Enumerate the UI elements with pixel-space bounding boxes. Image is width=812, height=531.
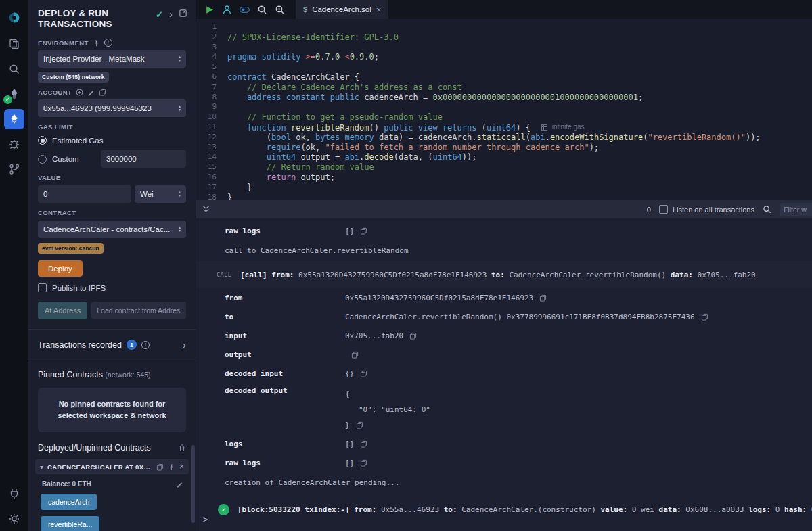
code-line[interactable]: 17 } [196, 183, 812, 193]
estimated-gas-option[interactable]: Estimated Gas [38, 136, 186, 145]
close-tab-icon[interactable]: × [376, 5, 382, 15]
copy-icon[interactable] [360, 370, 367, 377]
terminal-search-icon[interactable] [763, 205, 771, 214]
code-line[interactable]: 4pragma solidity >=0.7.0 <0.9.0; [196, 52, 812, 62]
terminal-block-confirmation[interactable]: ✓[block:5033220 txIndex:-] from: 0x55a..… [196, 493, 812, 515]
custom-gas-input[interactable] [101, 150, 186, 168]
copy-icon[interactable] [360, 227, 367, 235]
preview-toggle-icon[interactable] [240, 5, 250, 15]
log-text: call to CadenceArchCaler.revertibleRando… [225, 246, 409, 255]
solidity-compiler-icon[interactable]: ✓ [0, 81, 28, 106]
git-icon[interactable] [0, 156, 28, 181]
terminal-call-summary[interactable]: call[call] from: 0x55a1320D432759960C5Df… [196, 261, 812, 288]
balance-label: Balance: 0 ETH [42, 480, 91, 488]
deploy-run-icon[interactable] [0, 106, 28, 131]
copy-icon[interactable] [409, 332, 417, 340]
zoom-out-icon[interactable] [257, 5, 267, 15]
value-unit-select[interactable]: Wei ▴▾ [135, 185, 186, 203]
debugger-icon[interactable] [0, 131, 28, 156]
environment-select[interactable]: Injected Provider - MetaMask ▴▾ [38, 50, 186, 68]
code-line[interactable]: 14 uint64 output = abi.decode(data, (uin… [196, 152, 812, 162]
line-number: 13 [196, 143, 227, 153]
deployed-contract-row[interactable]: ▾ CADENCEARCHCALER AT 0X377... × [35, 459, 189, 474]
code-line[interactable]: 10 // Function to get a pseudo-random va… [196, 112, 812, 122]
code-text: // Return random value [227, 162, 374, 172]
copy-address-icon[interactable] [156, 463, 164, 471]
copy-account-icon[interactable] [99, 89, 106, 96]
plugin-manager-icon[interactable] [0, 481, 28, 506]
environment-info-icon[interactable]: i [104, 39, 112, 47]
line-number: 4 [196, 52, 227, 62]
add-account-icon[interactable] [76, 89, 83, 96]
line-number: 5 [196, 62, 227, 72]
tab-cadencearch-sol[interactable]: $ CadenceArch.sol × [296, 0, 388, 19]
remix-logo[interactable] [0, 4, 28, 31]
terminal-header: 0 Listen on all transactions [196, 200, 812, 218]
log-value: [] [345, 440, 354, 448]
copy-icon[interactable] [360, 440, 367, 448]
edit-balance-icon[interactable] [176, 480, 183, 488]
code-line[interactable]: 3 [196, 43, 812, 53]
environment-label: ENVIRONMENT [38, 39, 89, 47]
at-address-button[interactable]: At Address [38, 302, 87, 319]
account-select[interactable]: 0x55a...46923 (999.999945323 ▴▾ [38, 99, 186, 117]
file-explorer-icon[interactable] [0, 31, 28, 56]
panel-popout-icon[interactable] [179, 8, 187, 20]
at-address-input[interactable] [91, 302, 186, 319]
publish-ipfs-checkbox[interactable] [38, 283, 47, 292]
code-line[interactable]: 2// SPDX-License-Identifier: GPL-3.0 [196, 32, 812, 43]
contract-select[interactable]: CadenceArchCaler - contracts/Cac... ▴▾ [38, 221, 186, 238]
publish-user-icon[interactable] [222, 5, 232, 15]
value-input[interactable] [38, 185, 131, 203]
clear-deployed-trash-icon[interactable] [178, 444, 186, 452]
custom-gas-radio[interactable] [38, 155, 47, 164]
code-line[interactable]: 9 [196, 102, 812, 112]
panel-collapse-icon[interactable]: › [169, 11, 173, 18]
transactions-info-icon[interactable]: i [141, 341, 150, 349]
code-line[interactable]: 6contract CadenceArchCaler { [196, 72, 812, 83]
revertible-random-function-button[interactable]: revertibleRa... [41, 516, 99, 531]
code-line[interactable]: 12 (bool ok, bytes memory data) = cadenc… [196, 133, 812, 143]
sign-message-icon[interactable] [87, 89, 95, 96]
settings-gear-icon[interactable] [0, 506, 28, 531]
code-line[interactable]: 11 function revertibleRandom() public vi… [196, 122, 812, 133]
log-key: to [225, 313, 345, 321]
transactions-count-badge: 1 [127, 340, 137, 350]
panel-scrollbar[interactable] [191, 445, 195, 523]
copy-icon[interactable] [351, 351, 359, 359]
copy-icon[interactable] [539, 294, 547, 302]
transactions-recorded-row[interactable]: Transactions recorded 1 i › [28, 330, 196, 359]
code-line[interactable]: 15 // Return random value [196, 162, 812, 172]
log-value: {} [345, 369, 354, 378]
estimated-gas-radio[interactable] [38, 136, 47, 145]
deploy-run-panel: DEPLOY & RUN TRANSACTIONS ✓ › ENVIRONMEN… [28, 0, 196, 531]
search-icon[interactable] [0, 56, 28, 81]
code-line[interactable]: 5 [196, 62, 812, 72]
pin-contract-icon[interactable] [168, 463, 175, 471]
terminal-filter-input[interactable] [780, 203, 812, 216]
code-editor[interactable]: 12// SPDX-License-Identifier: GPL-3.034p… [196, 19, 812, 200]
listen-all-checkbox[interactable] [659, 205, 668, 214]
code-line[interactable]: 18} [196, 193, 812, 200]
line-number: 11 [196, 122, 227, 133]
terminal-kv-logs: logs[] [196, 434, 812, 453]
chevron-right-icon[interactable]: › [183, 339, 186, 350]
terminal-prompt[interactable]: > [196, 515, 812, 531]
run-script-icon[interactable] [204, 5, 215, 15]
pin-environment-icon[interactable] [93, 39, 100, 47]
copy-icon[interactable] [701, 313, 708, 321]
code-line[interactable]: 7 // Declare Cadence Arch's address as a… [196, 83, 812, 93]
remove-contract-icon[interactable]: × [179, 462, 184, 471]
code-line[interactable]: 13 require(ok, "failed to fetch a random… [196, 143, 812, 153]
pinned-empty-message: No pinned contracts found for selected w… [38, 388, 186, 432]
expand-terminal-icon[interactable] [202, 204, 210, 216]
deploy-button[interactable]: Deploy [38, 260, 83, 277]
code-line[interactable]: 8 address constant public cadenceArch = … [196, 93, 812, 103]
chevron-down-icon[interactable]: ▾ [40, 463, 43, 471]
cadence-arch-function-button[interactable]: cadenceArch [41, 494, 97, 510]
code-line[interactable]: 16 return output; [196, 172, 812, 183]
zoom-in-icon[interactable] [275, 5, 285, 15]
copy-icon[interactable] [360, 459, 367, 467]
code-line[interactable]: 1 [196, 22, 812, 32]
copy-icon[interactable] [356, 421, 363, 429]
